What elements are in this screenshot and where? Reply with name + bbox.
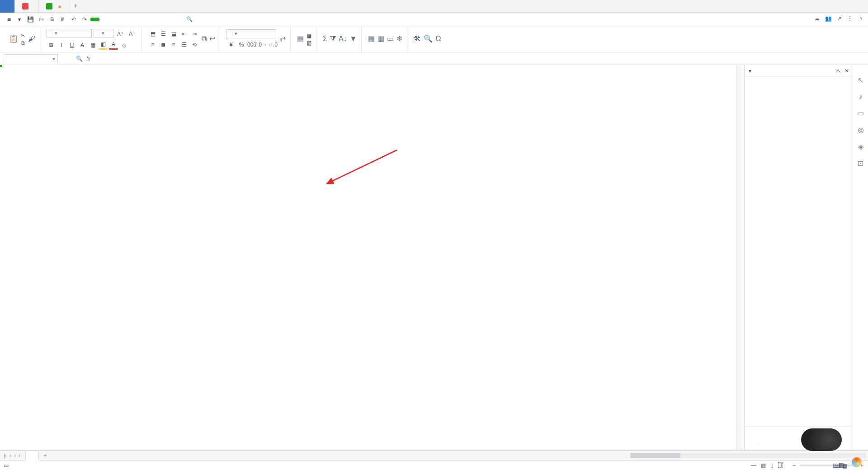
- formula-input[interactable]: [94, 54, 501, 63]
- rowcol-button[interactable]: ▥: [377, 34, 384, 44]
- vertical-scrollbar[interactable]: [736, 65, 744, 450]
- indent-increase-icon[interactable]: ⇥: [190, 29, 199, 38]
- ime-bar[interactable]: ⌨ ▦: [826, 463, 847, 469]
- ime-keyboard-icon[interactable]: ⌨: [833, 463, 840, 469]
- sheet-prev-icon[interactable]: ‹: [9, 452, 11, 459]
- table-tools-button[interactable]: 🛠: [414, 35, 421, 44]
- link-tool-icon[interactable]: ◈: [858, 142, 863, 151]
- save-icon[interactable]: 💾: [25, 14, 35, 24]
- currency-icon[interactable]: ¥: [226, 40, 236, 49]
- align-middle-icon[interactable]: ☰: [159, 29, 168, 38]
- sheet-tab[interactable]: [25, 451, 39, 461]
- align-left-icon[interactable]: ≡: [148, 40, 157, 49]
- italic-button[interactable]: I: [57, 41, 66, 50]
- align-justify-icon[interactable]: ☰: [179, 40, 189, 49]
- merge-button[interactable]: ⧉: [202, 35, 207, 44]
- symbol-button[interactable]: Ω: [435, 35, 441, 44]
- type-convert-button[interactable]: ⇄: [280, 34, 286, 44]
- strike-button[interactable]: A̶: [78, 41, 87, 50]
- pane-pin-icon[interactable]: ⇱: [836, 68, 841, 74]
- thousands-icon[interactable]: 000: [247, 40, 256, 49]
- worksheet-button[interactable]: ▭: [387, 34, 394, 44]
- menu-data[interactable]: [130, 18, 139, 21]
- menu-insert[interactable]: [100, 18, 109, 21]
- cond-format-button[interactable]: ▤: [297, 34, 304, 44]
- command-search[interactable]: 🔍: [186, 16, 193, 22]
- align-bottom-icon[interactable]: ⬓: [169, 29, 178, 38]
- show-all-button[interactable]: [748, 443, 757, 445]
- tab-docer[interactable]: [15, 0, 39, 13]
- dec-inc-icon[interactable]: .0→: [258, 40, 267, 49]
- zoom-fx-icon[interactable]: 🔍: [76, 56, 83, 62]
- print-icon[interactable]: 🖶: [47, 14, 57, 24]
- chevron-down-icon[interactable]: ▾: [749, 68, 751, 74]
- align-center-icon[interactable]: ≣: [159, 40, 168, 49]
- redo-icon[interactable]: ↷: [80, 14, 90, 24]
- undo-icon[interactable]: ↶: [69, 14, 79, 24]
- table-style-button[interactable]: ▦: [307, 33, 311, 39]
- scroll-thumb[interactable]: [631, 453, 680, 458]
- font-color-button[interactable]: A: [109, 41, 118, 50]
- pane-close-icon[interactable]: ✕: [844, 68, 849, 74]
- menu-view[interactable]: [150, 18, 159, 21]
- view-page-icon[interactable]: ▯: [770, 462, 774, 469]
- indent-decrease-icon[interactable]: ⇤: [179, 29, 189, 38]
- clear-format-button[interactable]: ◇: [119, 41, 128, 50]
- menu-formula[interactable]: [120, 18, 129, 21]
- cloud-unsaved[interactable]: ☁: [814, 15, 820, 23]
- fx-icon[interactable]: fx: [86, 56, 90, 62]
- select-tool-icon[interactable]: ↖: [858, 76, 863, 85]
- dec-dec-icon[interactable]: ←.0: [268, 40, 277, 49]
- underline-button[interactable]: U: [67, 41, 76, 50]
- hide-all-button[interactable]: [757, 443, 767, 445]
- cells-button[interactable]: ▦: [368, 34, 375, 44]
- zoom-out-button[interactable]: −: [793, 462, 796, 469]
- menu-hamburger-icon[interactable]: ≡: [5, 16, 14, 23]
- cloud-coop[interactable]: 👥: [825, 15, 832, 23]
- fill-button[interactable]: ▼: [350, 35, 357, 44]
- paste-button[interactable]: 📋: [9, 34, 18, 44]
- add-sheet-button[interactable]: ＋: [39, 451, 52, 459]
- font-family-select[interactable]: ▾: [47, 29, 92, 38]
- horizontal-scrollbar[interactable]: [630, 453, 865, 458]
- fill-color-button[interactable]: ◧: [99, 41, 108, 50]
- copy-button[interactable]: ⧉: [21, 40, 25, 46]
- bold-button[interactable]: B: [47, 41, 56, 50]
- cut-button[interactable]: ✂: [21, 33, 25, 39]
- orientation-icon[interactable]: ⟲: [190, 40, 199, 49]
- find-button[interactable]: 🔍: [424, 34, 433, 44]
- menu-member[interactable]: [170, 18, 179, 21]
- network-speed-widget[interactable]: [801, 428, 842, 451]
- sheet-last-icon[interactable]: ›|: [19, 452, 22, 459]
- more-tool-icon[interactable]: ⊡: [858, 159, 863, 168]
- wrap-button[interactable]: ↩: [209, 34, 215, 44]
- align-top-icon[interactable]: ⬒: [148, 29, 157, 38]
- analysis-tool-icon[interactable]: ◎: [858, 126, 864, 134]
- style-tool-icon[interactable]: ♪: [859, 93, 863, 101]
- shape-tool-icon[interactable]: ▭: [857, 109, 864, 118]
- menu-layout[interactable]: [110, 18, 119, 21]
- more-icon[interactable]: ⋮: [847, 15, 853, 23]
- ime-grid-icon[interactable]: ▦: [842, 463, 847, 469]
- status-record-icon[interactable]: ▭: [4, 462, 9, 469]
- menu-dev[interactable]: [160, 18, 169, 21]
- menu-start[interactable]: [90, 18, 99, 21]
- tab-add-button[interactable]: ＋: [69, 1, 82, 11]
- cloud-share[interactable]: ↗: [837, 15, 842, 23]
- sort-button[interactable]: A↓: [339, 35, 347, 44]
- name-box[interactable]: ▾: [4, 54, 58, 63]
- font-increase-icon[interactable]: A⁺: [115, 29, 125, 39]
- sheet-next-icon[interactable]: ›: [14, 452, 16, 459]
- border-button[interactable]: ▦: [88, 41, 97, 50]
- font-size-select[interactable]: ▾: [94, 29, 113, 38]
- filter-button[interactable]: ⧩: [330, 35, 336, 44]
- freeze-button[interactable]: ❄: [396, 34, 402, 44]
- sheet-first-icon[interactable]: |‹: [4, 452, 7, 459]
- view-break-icon[interactable]: ⿲: [778, 462, 783, 469]
- print-preview-icon[interactable]: 🗎: [58, 14, 68, 24]
- collapse-ribbon-icon[interactable]: ＾: [858, 15, 863, 23]
- sum-button[interactable]: Σ: [323, 35, 327, 44]
- menu-file[interactable]: ▾: [14, 15, 24, 24]
- view-normal-icon[interactable]: ▦: [761, 462, 766, 469]
- format-painter-button[interactable]: 🖌: [28, 35, 35, 44]
